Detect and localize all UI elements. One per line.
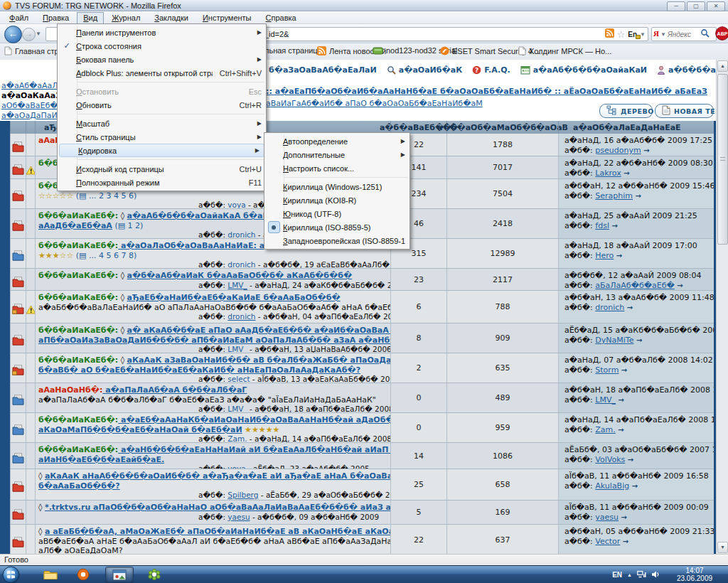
menu-item-панели-инструментов[interactable]: Панели инструментов▶ [58,26,266,39]
topic-text[interactable]: (▤ 1 2) [112,221,143,230]
menu-item-юникод-utf-8-[interactable]: Юникод (UTF-8) [264,207,410,220]
author-link[interactable]: LMV_ [228,345,247,353]
goto-last-post-icon[interactable]: → [620,537,628,545]
bookmark-item[interactable]: Главная стр [4,46,59,55]
author-link[interactable]: Zam. [228,434,247,443]
search-magnifier-icon[interactable] [700,28,710,41]
last-post-user-link[interactable]: Lakrox [595,169,621,178]
forum-nav-link[interactable]: ?F.A.Q. [472,65,510,75]
menu-item-масштаб[interactable]: Масштаб▶ [58,117,266,130]
topic-link[interactable]: аЂаЕб�аНаИб�аЕб�аКаИаЕ б�аАаБаОб�б� [127,293,341,302]
bookmark-item[interactable]: Холдинг МРСК — Но... [518,46,611,55]
author-link[interactable]: select [228,375,250,383]
menu-item-обновить[interactable]: ОбновитьCtrl+R [58,98,266,112]
rss-feed-icon[interactable] [605,28,614,41]
menu-item-настроить-список-[interactable]: Настроить список... [264,161,410,175]
last-post-user-link[interactable]: Zam. [595,425,616,434]
hidden-icons-arrow[interactable]: ▲ [627,572,632,577]
goto-last-post-icon[interactable]: → [624,304,633,311]
topic-link[interactable]: аКаАаК аЗаВаОаНаИб�б� аВ б�аЛб�аЖаБб� аП… [127,355,390,365]
goto-last-post-icon[interactable]: → [609,222,618,230]
last-post-user-link[interactable]: Hero [595,251,614,260]
topic-link[interactable]: а�аЕб�аАаНаКб�аИаОаНаИб�аОаВаАаНаНб�ай а… [118,415,390,424]
taskbar-app-explorer-folder-icon[interactable] [37,567,64,582]
tree-view-button[interactable]: ДЕРЕВО [599,104,653,118]
last-post-user-link[interactable]: аБаЛаАб�б�аЕб� [595,281,674,290]
last-post-user-link[interactable]: LMV_ [595,395,616,405]
taskbar-app-media-player-icon[interactable] [70,567,97,582]
author-link[interactable]: Spilberg [228,491,258,499]
bookmark-item[interactable]: льная страница [264,46,322,55]
menubar-item-Вид[interactable]: Вид [77,12,104,24]
menubar-item-Журнал[interactable]: Журнал [105,12,146,24]
menubar-item-Инструменты[interactable]: Инструменты [196,12,258,24]
taskbar-clock[interactable]: 14:07 23.06.2009 [664,567,725,582]
breadcrumb[interactable]: :: а�аЕаПб�аОб�аИб�аАаНаНб�аЕ б�аОаОаБб�… [266,87,707,96]
goto-last-post-icon[interactable]: → [619,513,627,521]
close-button[interactable]: ✕ [707,1,725,11]
goto-last-post-icon[interactable]: → [616,396,624,404]
taskbar-app-photo-app-icon[interactable] [105,567,134,583]
topic-link[interactable]: а�аПаЛаАб�аА б�б�аЛб�аГ [102,385,247,395]
goto-last-post-icon[interactable]: → [614,252,622,260]
url-dropdown-icon[interactable]: ▼ [640,31,646,38]
topic-link[interactable]: а�аНб�б�б�аЕаНаНаИай аИ б�аЕаАаЛб�аНб�ай… [118,445,390,454]
last-post-user-link[interactable]: yaesu [595,513,619,522]
network-icon[interactable] [637,570,646,580]
topic-link[interactable]: аКаАаК аНаАб�б�б�аОаИб�б� а�аЂа�а�аЕ аИ … [45,471,390,481]
new-topic-button[interactable]: НОВАЯ ТЕМА [655,104,714,118]
scroll-down-button[interactable]: ▼ [717,542,728,553]
maximize-button[interactable]: ▢ [687,1,705,11]
forum-nav-link[interactable]: а�б�б�аОаД [ asdf ] [657,65,716,75]
menubar-item-Справка[interactable]: Справка [259,12,303,24]
menu-item-автоопределение[interactable]: Автоопределение▶ [264,134,410,148]
last-post-user-link[interactable]: DyNaMiTe [595,336,633,345]
topic-link[interactable]: б�аАаБаОб�б�? [38,481,120,491]
author-link[interactable]: LMV_ [228,405,247,413]
back-button[interactable]: ← [4,26,22,43]
topic-link[interactable]: *.trktvs.ru аПаОб�б�аОб�аНаНаО аОб�аВаАа… [45,503,390,512]
author-link[interactable]: dronich [228,230,255,239]
author-link[interactable]: LMV_ [228,281,247,289]
topic-link[interactable]: а аЕаБб�б�аА, аМаОаЖаЕб� аПаОб�аИаНаИб�а… [45,527,390,536]
menu-item-западноевропейская-iso-8859-1-[interactable]: Западноевропейская (ISO-8859-1) [264,234,410,247]
search-input[interactable] [666,30,700,39]
goto-last-post-icon[interactable]: → [625,456,633,464]
history-dropdown-icon[interactable]: ▼ [36,31,41,37]
bookmark-star-icon[interactable]: ☆ [617,30,626,39]
last-post-user-link[interactable]: Vector [595,537,620,546]
topic-link[interactable]: аАаДб�аЕб�аА [38,221,112,230]
goto-last-post-icon[interactable]: → [629,482,638,490]
menu-item-строка-состояния[interactable]: ✓Строка состояния [58,39,266,53]
language-indicator[interactable]: EN [612,571,622,579]
search-engine-dropdown-icon[interactable]: ▼ [660,31,666,38]
scroll-up-button[interactable]: ▲ [717,60,728,72]
last-post-user-link[interactable]: VolVoks [595,455,625,464]
goto-last-post-icon[interactable]: → [619,366,627,374]
topic-link[interactable]: а� аКаАб�б�аЕ аПаО аАаДб�аЕб�б� а�аИб�аО… [127,326,390,335]
vertical-scrollbar[interactable]: ▲ ▼ [716,60,728,554]
menu-item-кириллица-iso-8859-5-[interactable]: Кириллица (ISO-8859-5) [264,220,410,234]
goto-last-post-icon[interactable]: → [616,426,624,434]
scrollbar-thumb[interactable] [717,74,728,245]
topic-text[interactable]: (▤ ... 4 5 6 7 8) [76,251,136,260]
taskbar-app-icq-icon[interactable] [141,567,168,582]
yandex-icon[interactable]: Я [652,28,660,41]
menu-item-исходный-код-страницы[interactable]: Исходный код страницыCtrl+U [58,162,266,176]
menubar-item-Правка[interactable]: Правка [36,12,75,24]
forum-nav-link[interactable]: б�аЗаОаВаАб�аЕаЛаИ [269,65,377,75]
last-post-user-link[interactable]: fdsl [595,221,609,230]
goto-last-post-icon[interactable]: → [633,336,642,344]
menu-item-полноэкранный-режим[interactable]: Полноэкранный режимF11 [58,176,266,189]
author-link[interactable]: voya [228,200,245,209]
last-post-user-link[interactable]: Seraphim [595,191,633,200]
menu-item-кодировка[interactable]: Кодировка▶ [59,144,264,157]
subnav-link[interactable]: аВаИаГаАб�аИб� аПаО б�аОаОаБб�аЕаНаИб�аМ [266,99,483,108]
topic-link[interactable]: б�аВб� аО б�аЕб�аНаИб�аЕб�аКаИб� аНаЕаПа… [38,365,360,375]
last-post-user-link[interactable]: AkulaBig [595,481,629,491]
menubar-item-Файл[interactable]: Файл [3,12,35,24]
minimize-button[interactable]: ─ [667,1,685,11]
goto-last-post-icon[interactable]: → [633,192,641,200]
goto-last-post-icon[interactable]: → [675,282,683,289]
topic-link[interactable]: а�б�аАб�аИаК б�аАаБаОб�б� аКаАб�б�б� [127,271,353,280]
